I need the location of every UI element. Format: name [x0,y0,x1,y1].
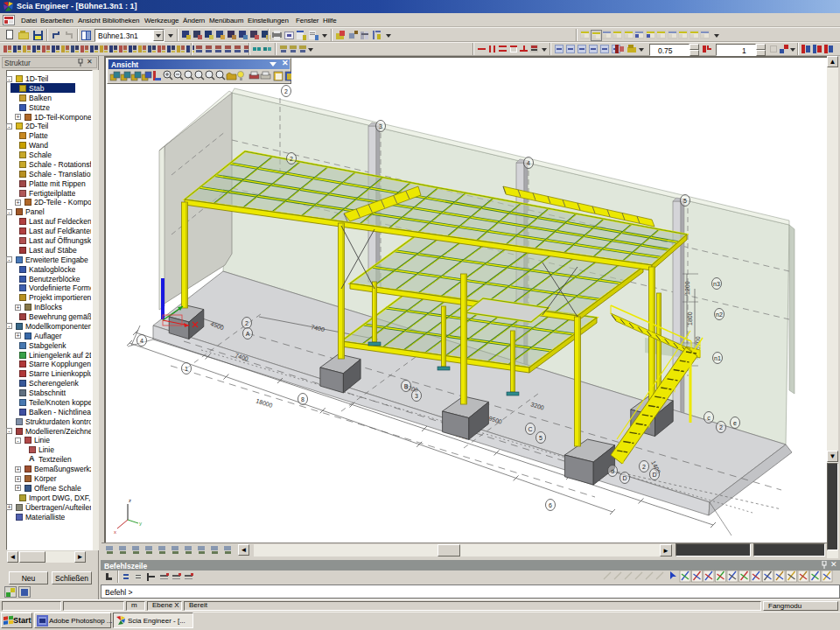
svg-text:1800: 1800 [687,312,693,326]
svg-text:18000: 18000 [256,397,274,409]
svg-text:d: d [611,468,614,474]
svg-text:n1: n1 [714,355,721,361]
svg-text:1200: 1200 [684,281,690,295]
svg-text:4: 4 [527,160,530,166]
svg-text:B: B [404,383,409,389]
svg-text:2: 2 [284,88,288,94]
svg-text:5: 5 [539,435,542,441]
svg-text:2: 2 [245,320,248,326]
svg-text:D: D [652,472,656,478]
svg-text:3: 3 [379,123,382,130]
svg-text:4: 4 [140,338,144,344]
svg-text:D: D [622,475,626,481]
svg-text:n3: n3 [713,281,720,287]
svg-text:1: 1 [185,366,188,372]
svg-text:C: C [528,426,532,432]
svg-text:c: c [707,415,710,421]
svg-text:2: 2 [719,424,723,430]
svg-text:y: y [139,521,142,526]
svg-text:2: 2 [290,156,293,162]
svg-text:3: 3 [415,393,418,399]
svg-text:5: 5 [683,198,687,204]
svg-text:8: 8 [301,396,304,402]
svg-text:x: x [114,529,116,535]
svg-text:z: z [129,498,131,503]
svg-text:n2: n2 [716,312,723,318]
svg-text:e: e [733,420,737,426]
svg-text:A: A [246,331,250,337]
svg-text:2: 2 [642,464,646,470]
svg-text:6: 6 [549,502,552,508]
